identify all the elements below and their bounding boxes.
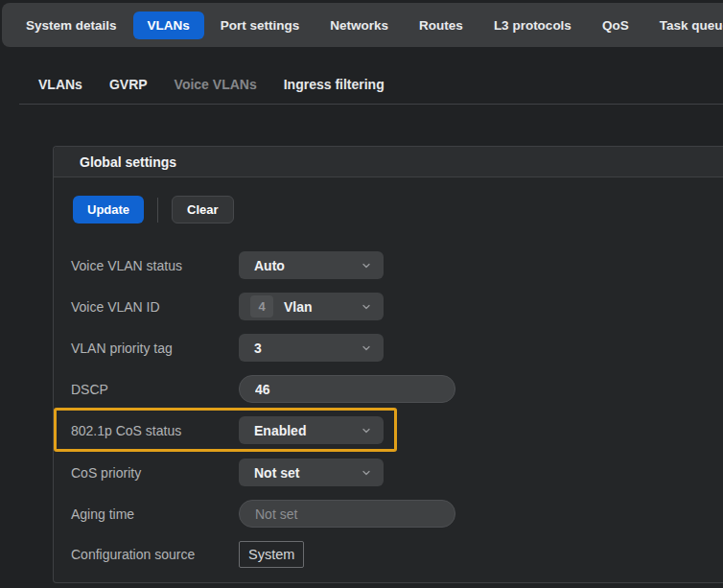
select-value: Auto (254, 258, 285, 273)
global-settings-panel: Global settings Update Clear Voice VLAN … (53, 146, 723, 583)
chevron-down-icon (361, 260, 372, 271)
cos-priority-select[interactable]: Not set (239, 459, 384, 486)
subtab-voice-vlans[interactable]: Voice VLANs (175, 77, 257, 92)
voice-vlan-id-select[interactable]: 4 Vlan (239, 293, 384, 320)
field-label: Voice VLAN status (71, 258, 239, 273)
tab-l3-protocols[interactable]: L3 protocols (479, 12, 586, 39)
tab-task-queue[interactable]: Task queue (645, 12, 723, 39)
top-nav: System details VLANs Port settings Netwo… (2, 3, 723, 47)
dscp-input[interactable] (239, 375, 455, 403)
update-button[interactable]: Update (73, 196, 144, 223)
tab-port-settings[interactable]: Port settings (206, 12, 315, 39)
chevron-down-icon (361, 342, 372, 354)
form-row-vlan-priority-tag: VLAN priority tag 3 (71, 334, 723, 362)
field-label: DSCP (71, 382, 239, 397)
select-value: Enabled (254, 423, 306, 438)
chevron-down-icon (361, 467, 372, 479)
vlan-priority-tag-select[interactable]: 3 (239, 334, 384, 362)
highlight-box: 802.1p CoS status Enabled (54, 408, 397, 452)
subtab-vlans[interactable]: VLANs (38, 77, 82, 92)
field-label: 802.1p CoS status (71, 423, 239, 438)
field-label: Aging time (71, 506, 239, 522)
action-bar: Update Clear (73, 196, 723, 223)
field-label: VLAN priority tag (71, 341, 239, 356)
button-divider (157, 198, 158, 223)
tab-networks[interactable]: Networks (315, 12, 403, 39)
subtab-ingress-filtering[interactable]: Ingress filtering (284, 77, 385, 92)
aging-time-input[interactable] (239, 500, 455, 528)
select-value: Vlan (284, 299, 313, 315)
subnav-divider (19, 104, 723, 105)
cos-status-select[interactable]: Enabled (239, 416, 384, 444)
field-label: CoS priority (71, 465, 239, 481)
form-row-cos-priority: CoS priority Not set (71, 459, 723, 486)
tab-vlans[interactable]: VLANs (133, 12, 204, 39)
select-value: 3 (254, 341, 262, 356)
form-row-voice-vlan-status: Voice VLAN status Auto (71, 251, 723, 279)
tab-routes[interactable]: Routes (405, 12, 478, 39)
subtab-gvrp[interactable]: GVRP (109, 77, 148, 92)
vlan-id-badge: 4 (250, 295, 273, 318)
chevron-down-icon (361, 301, 372, 313)
panel-title: Global settings (80, 154, 176, 170)
panel-header: Global settings (54, 147, 723, 177)
form-row-cos-status: 802.1p CoS status Enabled (71, 416, 394, 444)
configuration-source-badge: System (239, 541, 304, 568)
form-row-configuration-source: Configuration source System (71, 541, 723, 568)
tab-qos[interactable]: QoS (588, 12, 643, 39)
voice-vlan-status-select[interactable]: Auto (239, 251, 384, 279)
panel-body: Update Clear Voice VLAN status Auto Voic… (54, 177, 723, 568)
field-label: Configuration source (71, 547, 239, 562)
tab-system-details[interactable]: System details (12, 12, 131, 39)
field-label: Voice VLAN ID (71, 299, 239, 315)
form-row-aging-time: Aging time (71, 500, 723, 528)
clear-button[interactable]: Clear (172, 196, 234, 223)
sub-nav: VLANs GVRP Voice VLANs Ingress filtering (38, 77, 385, 92)
settings-form: Voice VLAN status Auto Voice VLAN ID 4 V… (71, 251, 723, 568)
select-value: Not set (254, 465, 299, 481)
chevron-down-icon (361, 425, 372, 436)
form-row-voice-vlan-id: Voice VLAN ID 4 Vlan (71, 293, 723, 320)
form-row-dscp: DSCP (71, 375, 723, 403)
